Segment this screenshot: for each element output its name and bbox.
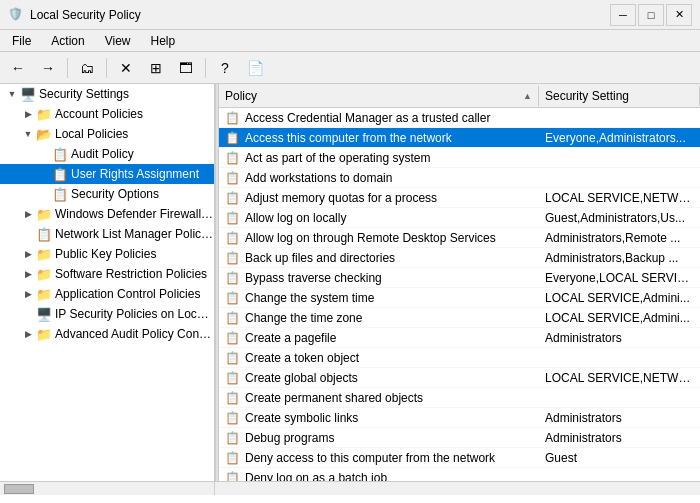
tree-expander-account-policies[interactable]: ▶ [20,109,36,119]
tree-icon-software-restriction: 📁 [36,267,52,282]
tree-item-public-key[interactable]: ▶📁Public Key Policies [0,244,214,264]
tree-panel[interactable]: ▼🖥️Security Settings▶📁Account Policies▼📂… [0,84,215,481]
tree-expander-windows-firewall[interactable]: ▶ [20,209,36,219]
new-window-button[interactable]: 🗔 [172,55,200,81]
policy-icon: 📋 [225,131,241,145]
policy-icon: 📋 [225,331,241,345]
setting-cell: LOCAL SERVICE,NETWO... [539,369,700,387]
list-row[interactable]: 📋Deny log on as a batch job [219,468,700,481]
setting-cell: LOCAL SERVICE,Admini... [539,289,700,307]
tree-expander-advanced-audit[interactable]: ▶ [20,329,36,339]
maximize-button[interactable]: □ [638,4,664,26]
tree-icon-network-list: 📋 [36,227,52,242]
menu-item-file[interactable]: File [4,32,39,50]
menu-item-help[interactable]: Help [143,32,184,50]
list-row[interactable]: 📋Create a pagefileAdministrators [219,328,700,348]
list-row[interactable]: 📋Bypass traverse checkingEveryone,LOCAL … [219,268,700,288]
tree-icon-account-policies: 📁 [36,107,52,122]
policy-cell: 📋Adjust memory quotas for a process [219,189,539,207]
tree-icon-security-settings: 🖥️ [20,87,36,102]
tree-item-user-rights[interactable]: 📋User Rights Assignment [0,164,214,184]
list-row[interactable]: 📋Allow log on through Remote Desktop Ser… [219,228,700,248]
policy-cell: 📋Back up files and directories [219,249,539,267]
tree-item-security-options[interactable]: 📋Security Options [0,184,214,204]
list-row[interactable]: 📋Create symbolic linksAdministrators [219,408,700,428]
policy-text: Change the system time [245,291,374,305]
tree-item-network-list[interactable]: 📋Network List Manager Policies [0,224,214,244]
setting-cell [539,476,700,480]
tree-expander-public-key[interactable]: ▶ [20,249,36,259]
toolbar: ← → 🗂 ✕ ⊞ 🗔 ? 📄 [0,52,700,84]
list-hscroll[interactable] [215,482,700,495]
policy-icon: 📋 [225,111,241,125]
policy-text: Create a pagefile [245,331,336,345]
help-button[interactable]: ? [211,55,239,81]
list-row[interactable]: 📋Back up files and directoriesAdministra… [219,248,700,268]
properties-button[interactable]: ⊞ [142,55,170,81]
setting-column-header[interactable]: Security Setting [539,86,700,106]
tree-item-local-policies[interactable]: ▼📂Local Policies [0,124,214,144]
close-button[interactable]: ✕ [666,4,692,26]
list-row[interactable]: 📋Change the time zoneLOCAL SERVICE,Admin… [219,308,700,328]
tree-hscroll[interactable] [0,482,215,495]
window-title: Local Security Policy [30,8,141,22]
show-hide-tree-button[interactable]: 🗂 [73,55,101,81]
tree-hscroll-thumb[interactable] [4,484,34,494]
tree-item-application-control[interactable]: ▶📁Application Control Policies [0,284,214,304]
menu-item-action[interactable]: Action [43,32,92,50]
tree-icon-security-options: 📋 [52,187,68,202]
toolbar-sep-2 [106,58,107,78]
forward-button[interactable]: → [34,55,62,81]
tree-icon-user-rights: 📋 [52,167,68,182]
tree-expander-software-restriction[interactable]: ▶ [20,269,36,279]
list-body[interactable]: 📋Access Credential Manager as a trusted … [219,108,700,481]
tree-expander-local-policies[interactable]: ▼ [20,129,36,139]
list-row[interactable]: 📋Adjust memory quotas for a processLOCAL… [219,188,700,208]
tree-expander-application-control[interactable]: ▶ [20,289,36,299]
tree-item-ip-security[interactable]: 🖥️IP Security Policies on Local Compute.… [0,304,214,324]
list-row[interactable]: 📋Create global objectsLOCAL SERVICE,NETW… [219,368,700,388]
tree-item-windows-firewall[interactable]: ▶📁Windows Defender Firewall with Adva... [0,204,214,224]
tree-item-advanced-audit[interactable]: ▶📁Advanced Audit Policy Configuration [0,324,214,344]
tree-item-account-policies[interactable]: ▶📁Account Policies [0,104,214,124]
tree-label-public-key: Public Key Policies [55,247,156,261]
minimize-button[interactable]: ─ [610,4,636,26]
tree-item-software-restriction[interactable]: ▶📁Software Restriction Policies [0,264,214,284]
delete-button[interactable]: ✕ [112,55,140,81]
export-button[interactable]: 📄 [241,55,269,81]
policy-icon: 📋 [225,191,241,205]
tree-item-audit-policy[interactable]: 📋Audit Policy [0,144,214,164]
list-row[interactable]: 📋Allow log on locallyGuest,Administrator… [219,208,700,228]
app-icon: 🛡️ [8,7,24,23]
list-row[interactable]: 📋Create a token object [219,348,700,368]
tree-item-security-settings[interactable]: ▼🖥️Security Settings [0,84,214,104]
toolbar-sep-3 [205,58,206,78]
setting-cell [539,176,700,180]
tree-icon-audit-policy: 📋 [52,147,68,162]
list-row[interactable]: 📋Access this computer from the networkEv… [219,128,700,148]
tree-expander-security-settings[interactable]: ▼ [4,89,20,99]
back-button[interactable]: ← [4,55,32,81]
policy-cell: 📋Create symbolic links [219,409,539,427]
list-panel: Policy ▲ Security Setting 📋Access Creden… [219,84,700,481]
policy-cell: 📋Create a pagefile [219,329,539,347]
tree-icon-advanced-audit: 📁 [36,327,52,342]
policy-cell: 📋Allow log on through Remote Desktop Ser… [219,229,539,247]
policy-text: Access this computer from the network [245,131,452,145]
list-row[interactable]: 📋Debug programsAdministrators [219,428,700,448]
policy-text: Add workstations to domain [245,171,392,185]
policy-icon: 📋 [225,291,241,305]
list-row[interactable]: 📋Access Credential Manager as a trusted … [219,108,700,128]
list-row[interactable]: 📋Change the system timeLOCAL SERVICE,Adm… [219,288,700,308]
list-row[interactable]: 📋Deny access to this computer from the n… [219,448,700,468]
policy-icon: 📋 [225,151,241,165]
menu-item-view[interactable]: View [97,32,139,50]
tree-label-local-policies: Local Policies [55,127,128,141]
tree-label-user-rights: User Rights Assignment [71,167,199,181]
policy-column-header[interactable]: Policy ▲ [219,86,539,106]
list-row[interactable]: 📋Create permanent shared objects [219,388,700,408]
list-row[interactable]: 📋Add workstations to domain [219,168,700,188]
list-row[interactable]: 📋Act as part of the operating system [219,148,700,168]
tree-label-security-options: Security Options [71,187,159,201]
policy-icon: 📋 [225,451,241,465]
